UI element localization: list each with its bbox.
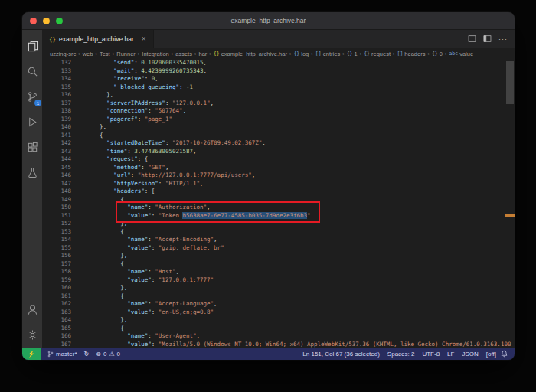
breadcrumb-item[interactable]: {}log <box>293 51 309 57</box>
breadcrumb-item[interactable]: {}1 <box>347 51 358 57</box>
code-text: "name": "User-Agent", <box>79 332 200 341</box>
code-text: }, <box>79 252 127 260</box>
code-line-165[interactable]: 165 { <box>42 325 515 333</box>
accounts-button[interactable] <box>22 297 42 322</box>
code-line-141[interactable]: 141 { <box>42 132 515 140</box>
sidebar-item-explorer[interactable] <box>22 34 42 59</box>
split-editor-icon[interactable] <box>468 32 476 46</box>
scm-badge: 1 <box>34 100 41 106</box>
code-line-156[interactable]: 156 }, <box>42 252 515 260</box>
code-text: { <box>79 292 124 301</box>
scrollbar[interactable] <box>505 59 515 348</box>
code-line-161[interactable]: 161 { <box>42 292 515 301</box>
code-line-152[interactable]: 152 }, <box>42 220 515 228</box>
status-format-toggle[interactable]: [off] <box>486 351 496 358</box>
breadcrumb-item[interactable]: Test <box>100 51 110 57</box>
sidebar-item-extensions[interactable] <box>22 135 42 160</box>
code-line-142[interactable]: 142 "startedDateTime": "2017-10-26T09:49… <box>42 139 515 148</box>
breadcrumb-label: entries <box>323 51 341 57</box>
breadcrumb-item[interactable]: {}example_http_archive.har <box>214 51 287 57</box>
code-line-149[interactable]: 149 { <box>42 196 515 204</box>
code-line-155[interactable]: 155 "value": "gzip, deflate, br" <box>42 244 515 253</box>
sidebar-item-testing[interactable] <box>22 160 42 185</box>
breadcrumb-item[interactable]: Runner <box>116 51 136 57</box>
sidebar-item-search[interactable] <box>22 59 42 84</box>
code-line-133[interactable]: 133 "wait": 4.4239999260735343, <box>42 67 515 76</box>
status-language-mode[interactable]: JSON <box>462 351 478 358</box>
code-line-144[interactable]: 144 "request": { <box>42 155 515 164</box>
code-line-143[interactable]: 143 "time": 3.474363005021587, <box>42 148 515 156</box>
titlebar[interactable]: example_http_archive.har <box>22 12 515 30</box>
code-text: "startedDateTime": "2017-10-26T09:49:02.… <box>79 139 266 148</box>
line-number: 143 <box>42 148 79 156</box>
breadcrumb-item[interactable]: abcvalue <box>449 51 473 57</box>
breadcrumb-item[interactable]: {}request <box>364 51 391 57</box>
scrollbar-thumb[interactable] <box>506 61 514 104</box>
line-number: 139 <box>42 116 79 124</box>
code-line-166[interactable]: 166 "name": "User-Agent", <box>42 332 515 341</box>
object-symbol-icon: {} <box>364 51 370 57</box>
sidebar-item-source-control[interactable]: 1 <box>22 84 42 109</box>
code-line-137[interactable]: 137 "serverIPAddress": "127.0.0.1", <box>42 100 515 108</box>
breadcrumb-item[interactable]: har <box>198 51 207 57</box>
code-line-163[interactable]: 163 "value": "en-US,en;q=0.8" <box>42 309 515 317</box>
string-symbol-icon: abc <box>449 51 458 57</box>
git-branch-status[interactable]: master* <box>47 351 77 358</box>
code-line-154[interactable]: 154 "name": "Accept-Encoding", <box>42 236 515 244</box>
breadcrumb-item[interactable]: {}0 <box>432 51 443 57</box>
breadcrumb: uzzing-src›web›Test›Runner›Integration›a… <box>42 48 515 59</box>
code-line-159[interactable]: 159 "value": "127.0.0.1:7777" <box>42 276 515 285</box>
code-line-136[interactable]: 136 }, <box>42 91 515 100</box>
tab-close-icon[interactable]: × <box>142 35 146 43</box>
code-line-167[interactable]: 167 "value": "Mozilla/5.0 (Windows NT 10… <box>42 341 515 348</box>
breadcrumb-item[interactable]: uzzing-src <box>50 51 76 57</box>
remote-indicator[interactable]: ⚡ <box>22 348 41 360</box>
line-number: 159 <box>42 276 79 285</box>
code-line-164[interactable]: 164 }, <box>42 316 515 325</box>
code-line-140[interactable]: 140 }, <box>42 123 515 132</box>
breadcrumb-item[interactable]: web <box>83 51 93 57</box>
tab-example-http-archive[interactable]: {} example_http_archive.har × <box>42 30 154 48</box>
code-line-138[interactable]: 138 "connection": "507764", <box>42 107 515 116</box>
code-line-148[interactable]: 148 "headers": [ <box>42 188 515 196</box>
breadcrumb-item[interactable]: Integration <box>142 51 168 57</box>
more-actions-icon[interactable]: ··· <box>498 35 508 43</box>
status-indentation[interactable]: Spaces: 2 <box>387 351 415 358</box>
status-eol[interactable]: LF <box>447 351 454 358</box>
line-number: 141 <box>42 132 79 140</box>
code-line-151[interactable]: 151 "value": "Token b5638ae7-6e77-4585-b… <box>42 212 515 220</box>
breadcrumb-item[interactable]: []entries <box>315 51 340 57</box>
code-line-153[interactable]: 153 { <box>42 228 515 237</box>
breadcrumb-item[interactable]: assets <box>175 51 192 57</box>
code-line-162[interactable]: 162 "name": "Accept-Language", <box>42 300 515 309</box>
code-text: "name": "Host", <box>79 268 179 276</box>
code-line-146[interactable]: 146 "url": "http://127.0.0.1:7777/api/us… <box>42 172 515 180</box>
code-line-150[interactable]: 150 "name": "Authorization", <box>42 204 515 212</box>
breadcrumb-item[interactable]: []headers <box>397 51 426 57</box>
close-window-button[interactable] <box>30 18 37 24</box>
status-cursor-position[interactable]: Ln 151, Col 67 (36 selected) <box>302 351 380 358</box>
extensions-icon <box>27 142 38 153</box>
line-number: 148 <box>42 188 79 196</box>
code-line-132[interactable]: 132 "send": 0.1020600335470015, <box>42 59 515 67</box>
code-line-160[interactable]: 160 }, <box>42 284 515 292</box>
error-count: 0 <box>103 351 106 358</box>
settings-button[interactable] <box>22 322 42 348</box>
problems-status[interactable]: ⊗ 0 ⚠ 0 <box>96 351 120 358</box>
status-encoding[interactable]: UTF-8 <box>422 351 440 358</box>
code-line-135[interactable]: 135 "_blocked_queueing": -1 <box>42 83 515 92</box>
code-line-157[interactable]: 157 { <box>42 260 515 269</box>
code-line-139[interactable]: 139 "pageref": "page_1" <box>42 116 515 124</box>
code-line-147[interactable]: 147 "httpVersion": "HTTP/1.1", <box>42 180 515 188</box>
sync-button[interactable]: ↻ <box>84 351 90 358</box>
minimize-window-button[interactable] <box>43 18 50 24</box>
editor[interactable]: 132 "send": 0.1020600335470015,133 "wait… <box>42 59 515 348</box>
warning-count: 0 <box>117 351 120 358</box>
sidebar-item-run-debug[interactable] <box>22 109 42 135</box>
code-line-134[interactable]: 134 "receive": 0, <box>42 75 515 83</box>
code-line-158[interactable]: 158 "name": "Host", <box>42 268 515 276</box>
code-line-145[interactable]: 145 "method": "GET", <box>42 164 515 172</box>
notifications-bell-button[interactable] <box>501 350 515 358</box>
layout-icon[interactable] <box>483 32 492 46</box>
zoom-window-button[interactable] <box>56 18 63 24</box>
